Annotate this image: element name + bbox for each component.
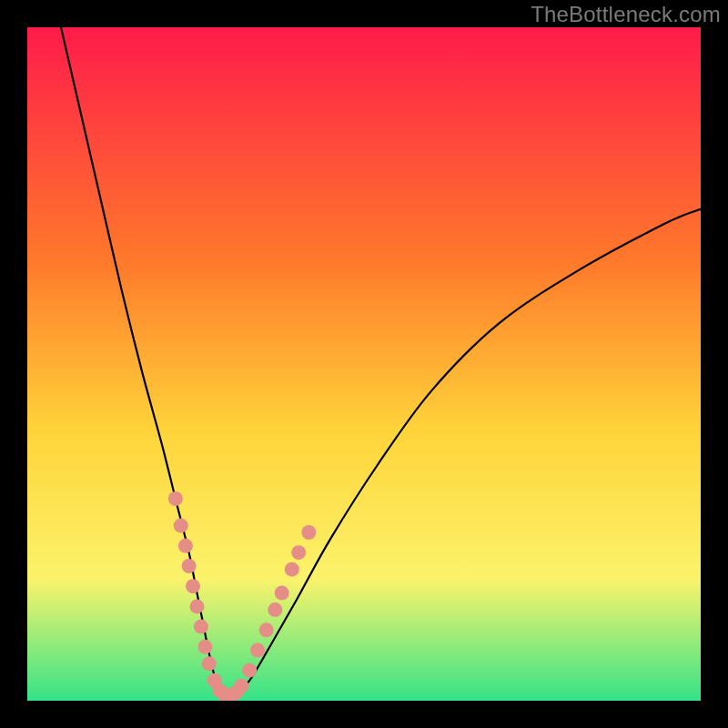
- highlight-dot: [194, 620, 208, 634]
- highlight-dot: [301, 525, 316, 540]
- highlight-dot: [285, 562, 299, 577]
- highlight-dot: [178, 539, 193, 553]
- bottleneck-chart: [27, 27, 701, 701]
- highlight-dot: [202, 656, 217, 671]
- highlight-dot: [259, 622, 274, 637]
- highlight-dot: [174, 519, 188, 533]
- chart-frame: TheBottleneck.com: [0, 0, 728, 728]
- highlight-dot: [242, 663, 257, 678]
- highlight-dot: [168, 491, 183, 506]
- highlight-dot: [189, 599, 204, 613]
- highlight-dot: [250, 643, 265, 658]
- highlight-dot: [291, 545, 306, 560]
- highlight-dot: [186, 579, 200, 593]
- highlight-dot: [182, 559, 197, 573]
- plot-area: [27, 27, 701, 701]
- highlight-dot: [275, 586, 289, 601]
- highlight-dot: [268, 602, 282, 617]
- watermark-text: TheBottleneck.com: [531, 2, 721, 27]
- highlight-dot: [197, 640, 212, 654]
- highlight-dot: [234, 679, 248, 693]
- gradient-background: [27, 27, 701, 701]
